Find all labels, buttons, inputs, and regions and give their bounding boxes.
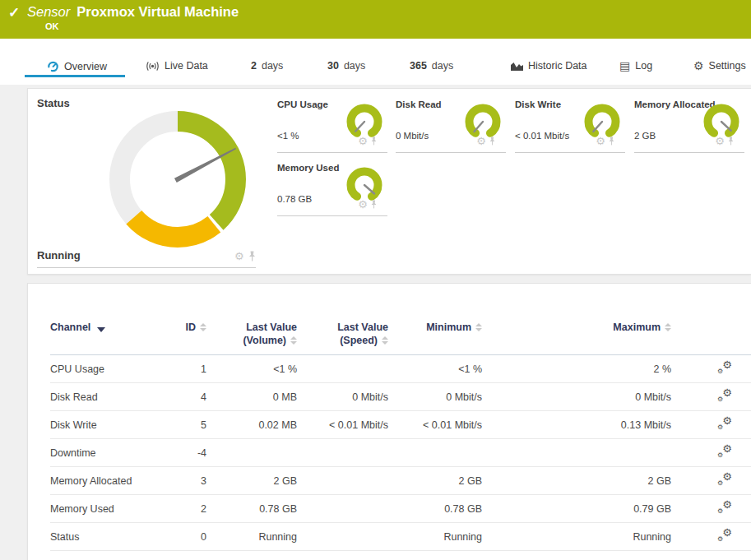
edit-channel-gears-icon[interactable]: ⚙⚙: [717, 445, 732, 459]
mini-gauge-memory-used[interactable]: Memory Used 0.78 GB ⚙: [277, 161, 387, 216]
gear-icon: ⚙: [722, 499, 732, 510]
cell-id: 4: [157, 383, 206, 411]
cell-id: 2: [157, 495, 206, 523]
mini-gauge-value: 0.78 GB: [277, 194, 312, 204]
cell-max: 2 %: [482, 355, 671, 383]
active-tab-indicator: [25, 75, 125, 77]
cell-min: 2 GB: [388, 467, 482, 495]
cell-max: 0 Mbit/s: [482, 383, 671, 411]
channel-table-body: CPU Usage1<1 %<1 %2 %⚙⚙Disk Read40 MB0 M…: [50, 355, 751, 551]
table-row[interactable]: Memory Allocated32 GB2 GB2 GB⚙⚙: [50, 467, 751, 495]
column-header-channel[interactable]: Channel: [50, 317, 157, 355]
column-header-minimum[interactable]: Minimum: [388, 317, 482, 355]
pin-icon[interactable]: [489, 137, 496, 146]
tab-2-days[interactable]: 2 days: [251, 60, 283, 72]
cell-channel[interactable]: Status: [50, 523, 157, 551]
pin-icon[interactable]: [248, 251, 257, 261]
mini-gauge-disk-read[interactable]: Disk Read 0 Mbit/s ⚙: [396, 98, 506, 153]
gauge-settings-gear-icon[interactable]: ⚙: [596, 136, 605, 146]
mini-gauge-label: Memory Used: [277, 163, 339, 173]
cell-max: 0.79 GB: [482, 495, 671, 523]
cell-volume: 0.02 MB: [206, 411, 297, 439]
gear-icon: ⚙: [722, 387, 732, 398]
gauge-settings-gear-icon[interactable]: ⚙: [715, 136, 725, 146]
mini-gauge-memory-allocated[interactable]: Memory Allocated 2 GB ⚙: [634, 98, 744, 153]
tab-overview[interactable]: Overview: [47, 60, 107, 72]
gear-icon: ⚙: [717, 368, 723, 375]
mini-gauge-value: 2 GB: [634, 131, 656, 141]
gear-icon: ⚙: [717, 452, 723, 459]
cell-channel[interactable]: Memory Used: [50, 495, 157, 523]
cell-channel[interactable]: CPU Usage: [50, 355, 157, 383]
divider: [634, 152, 744, 153]
cell-speed: [297, 439, 388, 467]
column-label: Channel: [50, 321, 90, 334]
column-label: Last Value: [246, 321, 297, 334]
pin-icon[interactable]: [608, 137, 615, 146]
divider: [37, 267, 256, 268]
pin-icon[interactable]: [370, 137, 378, 146]
status-gauge-value: Running: [37, 249, 81, 261]
tab-log[interactable]: ▤ Log: [619, 60, 652, 72]
pin-icon[interactable]: [727, 137, 735, 146]
cell-channel[interactable]: Disk Write: [50, 411, 157, 439]
cell-actions: ⚙⚙: [671, 467, 751, 495]
mini-gauge-value: 0 Mbit/s: [396, 131, 429, 141]
cell-id: 0: [157, 523, 206, 551]
cell-volume: 0.78 GB: [206, 495, 297, 523]
cell-volume: <1 %: [206, 355, 297, 383]
tab-live-data[interactable]: Live Data: [146, 60, 208, 72]
gear-icon: ⚙: [722, 527, 732, 538]
tab-30-days[interactable]: 30 days: [327, 60, 365, 72]
column-header-last-value-speed[interactable]: Last Value (Speed): [297, 317, 388, 355]
status-gauge-title: Status: [37, 97, 70, 109]
cell-actions: ⚙⚙: [671, 495, 751, 523]
gauge-settings-gear-icon[interactable]: ⚙: [358, 136, 368, 146]
column-label: (Volume): [243, 334, 286, 347]
table-row[interactable]: Downtime-4⚙⚙: [50, 439, 751, 467]
column-label: Maximum: [613, 321, 661, 334]
log-icon: ▤: [619, 60, 630, 72]
column-label: Last Value: [337, 321, 388, 334]
tab-label: Historic Data: [528, 60, 587, 72]
table-row[interactable]: Memory Used20.78 GB0.78 GB0.79 GB⚙⚙: [50, 495, 751, 523]
cell-max: [482, 439, 671, 467]
column-header-last-value-volume[interactable]: Last Value (Volume): [206, 317, 297, 355]
cell-channel[interactable]: Downtime: [50, 439, 157, 467]
table-row[interactable]: CPU Usage1<1 %<1 %2 %⚙⚙: [50, 355, 751, 383]
column-label: Minimum: [426, 321, 471, 334]
gauge-settings-gear-icon[interactable]: ⚙: [358, 199, 368, 210]
gauge-settings-gear-icon[interactable]: ⚙: [476, 136, 486, 146]
gauge-settings-gear-icon[interactable]: ⚙: [234, 251, 244, 261]
edit-channel-gears-icon[interactable]: ⚙⚙: [717, 417, 732, 431]
tab-historic-data[interactable]: Historic Data: [511, 60, 587, 72]
mini-gauge-cpu-usage[interactable]: CPU Usage <1 % ⚙: [277, 98, 387, 153]
edit-channel-gears-icon[interactable]: ⚙⚙: [717, 361, 732, 375]
column-header-maximum[interactable]: Maximum: [482, 317, 671, 355]
mini-gauge-value: <1 %: [277, 131, 299, 141]
cell-channel[interactable]: Disk Read: [50, 383, 157, 411]
edit-channel-gears-icon[interactable]: ⚙⚙: [717, 473, 732, 487]
cell-max: Running: [482, 523, 671, 551]
column-header-id[interactable]: ID: [157, 317, 206, 355]
cell-min: Running: [388, 523, 482, 551]
cell-max: 2 GB: [482, 467, 671, 495]
tab-settings[interactable]: ⚙ Settings: [693, 60, 746, 72]
pin-icon[interactable]: [370, 200, 378, 209]
cell-volume: Running: [206, 523, 297, 551]
status-gauge[interactable]: [107, 109, 248, 250]
cell-actions: ⚙⚙: [671, 383, 751, 411]
cell-speed: 0 Mbit/s: [297, 383, 388, 411]
cell-channel[interactable]: Memory Allocated: [50, 467, 157, 495]
table-row[interactable]: Disk Read40 MB0 Mbit/s0 Mbit/s0 Mbit/s⚙⚙: [50, 383, 751, 411]
cell-speed: [297, 523, 388, 551]
gear-icon: ⚙: [693, 60, 704, 72]
tab-365-days[interactable]: 365 days: [410, 60, 453, 72]
edit-channel-gears-icon[interactable]: ⚙⚙: [717, 501, 732, 515]
table-row[interactable]: Status0RunningRunningRunning⚙⚙: [50, 523, 751, 551]
edit-channel-gears-icon[interactable]: ⚙⚙: [717, 529, 732, 543]
table-row[interactable]: Disk Write50.02 MB< 0.01 Mbit/s< 0.01 Mb…: [50, 411, 751, 439]
edit-channel-gears-icon[interactable]: ⚙⚙: [717, 389, 732, 403]
mini-gauge-label: CPU Usage: [277, 100, 328, 109]
mini-gauge-disk-write[interactable]: Disk Write < 0.01 Mbit/s ⚙: [515, 98, 625, 153]
